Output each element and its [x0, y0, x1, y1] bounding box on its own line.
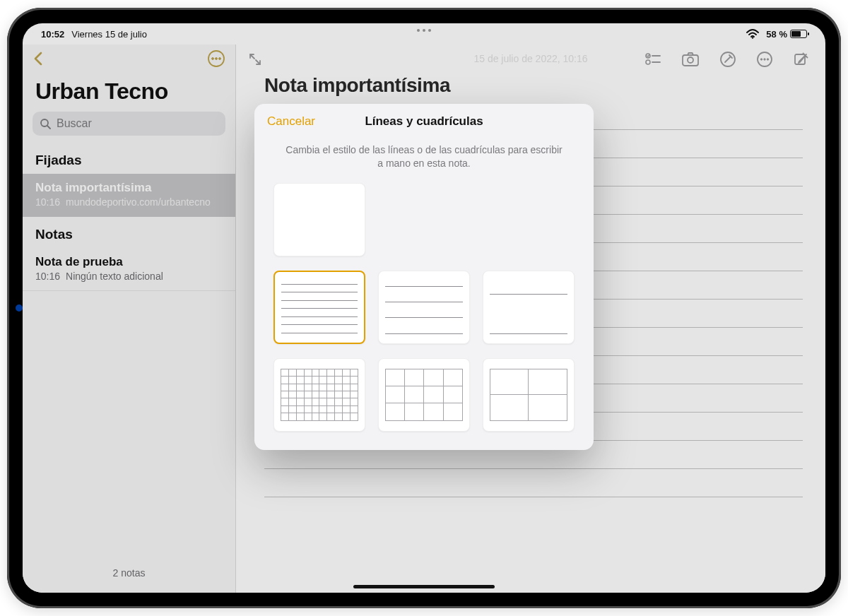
wifi-icon — [746, 29, 759, 39]
note-list-item-0[interactable]: Nota de prueba 10:16Ningún texto adicion… — [23, 248, 235, 291]
status-date: Viernes 15 de julio — [71, 29, 147, 40]
magnifying-glass-icon — [40, 118, 51, 129]
note-title: Nota importantísima — [35, 181, 223, 195]
home-indicator[interactable] — [353, 585, 495, 588]
search-placeholder: Buscar — [57, 117, 92, 130]
style-option-none[interactable] — [273, 183, 365, 256]
cancel-button[interactable]: Cancelar — [267, 114, 315, 129]
note-time: 10:16 — [35, 271, 60, 282]
note-time: 10:16 — [35, 196, 60, 208]
sidebar: Urban Tecno Buscar Fijadas Nota importan… — [23, 45, 236, 593]
note-title: Nota de prueba — [35, 255, 223, 269]
sheet-title: Líneas y cuadrículas — [365, 114, 483, 129]
status-time: 10:52 — [41, 29, 64, 40]
status-bar: 10:52 Viernes 15 de julio 58 % — [23, 23, 825, 45]
sheet-subtitle: Cambia el estilo de las líneas o de las … — [254, 139, 594, 183]
note-date-line: 15 de julio de 2022, 10:16 — [236, 53, 825, 64]
svg-point-0 — [752, 37, 753, 38]
battery-icon — [790, 30, 807, 38]
power-led — [16, 304, 23, 312]
search-field[interactable]: Buscar — [33, 112, 225, 136]
style-option-lines-medium[interactable] — [378, 271, 470, 344]
lines-grids-sheet: Cancelar Líneas y cuadrículas Cambia el … — [254, 104, 594, 450]
screen: 10:52 Viernes 15 de julio 58 % — [23, 23, 825, 593]
style-option-grid-medium[interactable] — [378, 358, 470, 432]
style-option-lines-wide[interactable] — [483, 271, 575, 344]
ipad-frame: 10:52 Viernes 15 de julio 58 % — [7, 8, 841, 608]
style-option-lines-narrow[interactable] — [273, 271, 365, 344]
battery-percent: 58 % — [766, 29, 787, 40]
style-option-grid-large[interactable] — [483, 358, 575, 432]
style-option-grid-small[interactable] — [273, 358, 365, 432]
style-options-grid — [254, 183, 594, 432]
svg-point-4 — [219, 58, 221, 60]
multitasking-dots[interactable] — [417, 29, 431, 32]
sidebar-more-button[interactable] — [207, 49, 225, 71]
note-preview: mundodeportivo.com/urbantecno — [66, 196, 211, 208]
folder-title: Urban Tecno — [23, 76, 235, 112]
svg-point-2 — [212, 58, 214, 60]
sidebar-footer-count: 2 notas — [23, 557, 235, 593]
battery-indicator: 58 % — [766, 29, 807, 40]
note-preview: Ningún texto adicional — [66, 271, 163, 282]
note-body-title[interactable]: Nota importantísima — [236, 69, 825, 107]
back-button[interactable] — [33, 50, 45, 70]
svg-point-3 — [216, 58, 218, 60]
section-notes-header: Notas — [23, 217, 235, 248]
note-list-item-pinned-0[interactable]: Nota importantísima 10:16mundodeportivo.… — [23, 174, 235, 217]
section-pinned-header: Fijadas — [23, 143, 235, 174]
